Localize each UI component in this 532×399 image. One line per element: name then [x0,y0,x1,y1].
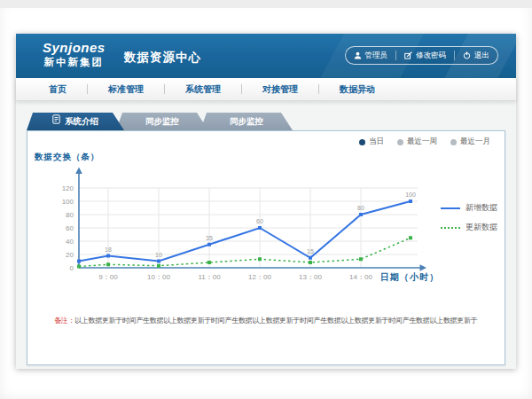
svg-text:10: 10 [155,252,162,258]
tab-bar: 系统介绍 同步监控 同步监控 [27,113,293,130]
admin-label: 管理员 [365,51,388,61]
legend-label: 新增数据 [466,202,497,214]
legend-item-update-data: 更新数据 [441,222,497,233]
svg-text:80: 80 [66,211,74,219]
content-area: 系统介绍 同步监控 同步监控 当日 最近一周 [16,101,516,369]
tab-system-introduction[interactable]: 系统介绍 [27,113,124,130]
user-icon [354,51,362,59]
filter-label: 最近一月 [460,137,490,147]
chart-legend: 新增数据 更新数据 [441,202,497,233]
main-nav: 首页 标准管理 系统管理 对接管理 数据异动 [16,78,516,101]
footnote-prefix: 备注： [54,317,74,325]
brand-logo-en: Synjones [43,40,106,55]
filter-today[interactable]: 当日 [359,137,384,147]
svg-text:18: 18 [105,246,112,253]
svg-text:60: 60 [66,224,74,232]
chart-panel: 当日 最近一周 最近一月 数据交换（条） 0204060801001209：00… [27,130,505,365]
svg-text:80: 80 [357,205,364,211]
footnote: 备注：以上数据更新于时间产生数据以上数据更新于时间产生数据以上数据更新于时间产生… [54,316,477,325]
legend-label: 更新数据 [466,222,497,233]
screen: Synjones 新中新集团 数据资源中心 管理员 修改密码 [0,0,532,399]
svg-text:0: 0 [70,264,74,272]
svg-text:9：00: 9：00 [98,273,118,281]
nav-item-data-change[interactable]: 数据异动 [319,83,395,96]
nav-item-system-management[interactable]: 系统管理 [165,83,241,96]
time-range-filter: 当日 最近一周 最近一月 [359,137,490,147]
footnote-text: 以上数据更新于时间产生数据以上数据更新于时间产生数据以上数据更新于时间产生数据以… [74,317,477,325]
svg-text:12：00: 12：00 [248,273,271,281]
tab-label: 系统介绍 [65,113,98,130]
legend-item-new-data: 新增数据 [441,202,497,214]
document-icon [52,113,60,130]
svg-text:100: 100 [62,198,74,206]
logout-label: 退出 [474,51,489,61]
svg-text:100: 100 [405,192,416,198]
edit-icon [404,51,412,59]
app-header: Synjones 新中新集团 数据资源中心 管理员 修改密码 [16,34,516,78]
svg-text:15: 15 [307,248,314,254]
svg-text:120: 120 [62,184,74,192]
y-axis-title: 数据交换（条） [35,152,100,163]
admin-button[interactable]: 管理员 [346,47,396,64]
svg-text:14：00: 14：00 [349,273,372,281]
tab-sync-monitor-1[interactable]: 同步监控 [116,113,208,130]
svg-text:35: 35 [206,235,213,241]
filter-label: 最近一周 [407,137,437,147]
change-password-label: 修改密码 [416,51,446,61]
svg-text:20: 20 [66,251,74,259]
window-edge [0,0,532,8]
nav-item-home[interactable]: 首页 [28,83,87,96]
tab-sync-monitor-2[interactable]: 同步监控 [200,113,293,130]
svg-text:日期（小时）: 日期（小时） [380,272,439,282]
change-password-button[interactable]: 修改密码 [396,47,454,64]
app-title: 数据资源中心 [124,50,201,66]
radio-dot [450,139,457,145]
header-actions: 管理员 修改密码 退出 [345,46,499,65]
logout-button[interactable]: 退出 [455,47,497,64]
svg-text:60: 60 [256,218,263,224]
legend-line-sample [441,227,460,229]
radio-dot [397,139,403,145]
page-card: Synjones 新中新集团 数据资源中心 管理员 修改密码 [16,34,516,369]
nav-item-standard-management[interactable]: 标准管理 [88,83,164,96]
svg-text:40: 40 [66,238,74,246]
filter-last-month[interactable]: 最近一月 [450,137,490,147]
brand-logo-cn: 新中新集团 [43,56,106,69]
power-icon [463,51,471,59]
svg-text:11：00: 11：00 [198,273,221,281]
filter-label: 当日 [369,137,384,147]
legend-line-sample [441,207,460,209]
radio-dot [359,139,365,145]
svg-text:13：00: 13：00 [299,273,322,281]
svg-text:10：00: 10：00 [147,273,170,281]
brand-logo: Synjones 新中新集团 [43,40,106,69]
nav-item-interface-management[interactable]: 对接管理 [242,83,318,96]
filter-last-week[interactable]: 最近一周 [397,137,437,147]
